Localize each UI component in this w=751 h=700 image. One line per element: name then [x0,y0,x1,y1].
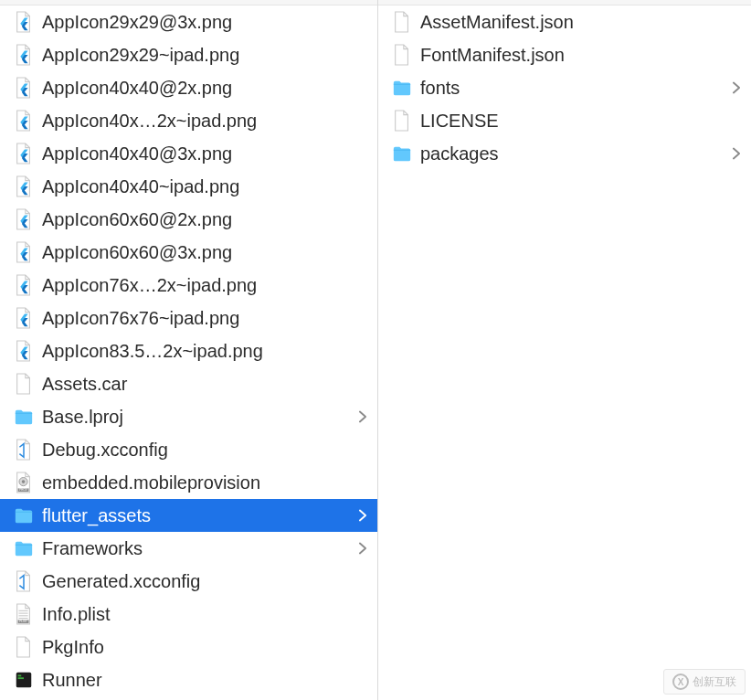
file-name-label: AppIcon83.5…2x~ipad.png [37,341,354,362]
file-icon-slot [389,10,415,34]
file-name-label: Runner [37,670,354,691]
watermark-badge: X 创新互联 [663,669,746,695]
flutter-icon [14,240,34,264]
file-row[interactable]: AppIcon29x29@3x.png [0,5,377,38]
file-icon-slot [11,10,37,34]
finder-column-view: AppIcon29x29@3x.pngAppIcon29x29~ipad.png… [0,0,751,700]
file-name-label: AssetManifest.json [415,12,727,33]
file-name-label: Generated.xcconfig [37,571,354,592]
file-icon-slot [11,405,37,429]
file-icon-slot [11,668,37,692]
file-row[interactable]: AppIcon40x40~ipad.png [0,170,377,203]
file-row[interactable]: LICENSE [378,104,751,137]
file-row[interactable]: AppIcon76x…2x~ipad.png [0,269,377,302]
file-row[interactable]: Runner [0,663,377,696]
file-row[interactable]: PkgInfo [0,631,377,663]
xcconfig-icon [14,569,34,593]
flutter-icon [14,142,34,165]
disclosure-arrow-icon [356,408,369,425]
file-icon-slot [389,76,415,100]
file-name-label: PkgInfo [37,637,354,658]
disclosure-arrow-icon [356,507,369,524]
file-name-label: flutter_assets [37,505,354,526]
file-icon-slot [11,372,37,396]
file-name-label: LICENSE [415,111,727,132]
file-icon-slot [11,175,37,198]
disclosure-slot [727,145,746,162]
file-list-right[interactable]: AssetManifest.jsonFontManifest.jsonfonts… [378,5,751,700]
folder-icon [392,142,412,165]
file-row[interactable]: Assets.car [0,367,377,400]
file-name-label: fonts [415,78,727,99]
watermark-text: 创新互联 [693,674,736,690]
flutter-icon [14,76,34,100]
file-row[interactable]: FontManifest.json [378,38,751,71]
folder-icon [14,536,34,560]
file-name-label: FontManifest.json [415,45,727,66]
file-row[interactable]: AppIcon29x29~ipad.png [0,38,377,71]
file-icon-slot [389,109,415,133]
flutter-icon [14,10,34,34]
file-row[interactable]: AppIcon83.5…2x~ipad.png [0,334,377,367]
file-name-label: AppIcon76x…2x~ipad.png [37,275,354,296]
file-name-label: AppIcon60x60@3x.png [37,242,354,263]
file-row[interactable]: packages [378,137,751,170]
file-row[interactable]: AppIcon76x76~ipad.png [0,302,377,334]
file-row[interactable]: AssetManifest.json [378,5,751,38]
file-name-label: packages [415,143,727,164]
column-right: AssetManifest.jsonFontManifest.jsonfonts… [378,0,751,700]
file-name-label: Frameworks [37,538,354,559]
file-name-label: AppIcon60x60@2x.png [37,209,354,230]
file-name-label: AppIcon29x29@3x.png [37,12,354,33]
file-row[interactable]: fonts [378,71,751,104]
file-row[interactable]: embedded.mobileprovision [0,466,377,499]
file-row[interactable]: Base.lproj [0,400,377,433]
file-name-label: Info.plist [37,604,354,625]
file-row[interactable]: flutter_assets [0,499,377,532]
file-row[interactable]: Debug.xcconfig [0,433,377,466]
file-row[interactable]: Generated.xcconfig [0,565,377,598]
file-row[interactable]: AppIcon60x60@2x.png [0,203,377,236]
file-icon-slot [389,142,415,165]
file-name-label: AppIcon40x40@2x.png [37,78,354,99]
file-name-label: Assets.car [37,374,354,395]
file-icon-slot [11,207,37,231]
disclosure-arrow-icon [356,540,369,557]
blank-icon [392,43,412,67]
plist-icon [14,602,34,626]
xcconfig-icon [14,438,34,461]
blank-icon [392,10,412,34]
disclosure-slot [354,408,372,425]
exec-icon [14,668,34,692]
disclosure-arrow-icon [730,145,743,162]
file-list-left[interactable]: AppIcon29x29@3x.pngAppIcon29x29~ipad.png… [0,5,377,700]
file-icon-slot [11,438,37,461]
file-name-label: Base.lproj [37,407,354,428]
file-icon-slot [11,569,37,593]
file-icon-slot [11,43,37,67]
file-icon-slot [11,240,37,264]
flutter-icon [14,339,34,363]
file-icon-slot [389,43,415,67]
flutter-icon [14,109,34,133]
file-name-label: embedded.mobileprovision [37,472,354,493]
folder-icon [14,504,34,527]
file-icon-slot [11,602,37,626]
file-row[interactable]: AppIcon40x40@3x.png [0,137,377,170]
file-row[interactable]: Frameworks [0,532,377,565]
file-row[interactable]: Info.plist [0,598,377,631]
file-icon-slot [11,142,37,165]
file-row[interactable]: AppIcon60x60@3x.png [0,236,377,269]
file-name-label: AppIcon40x40~ipad.png [37,176,354,197]
disclosure-slot [354,540,372,557]
folder-icon [392,76,412,100]
flutter-icon [14,43,34,67]
file-row[interactable]: AppIcon40x40@2x.png [0,71,377,104]
blank-icon [14,635,34,659]
file-row[interactable]: AppIcon40x…2x~ipad.png [0,104,377,137]
file-name-label: Debug.xcconfig [37,440,354,461]
file-icon-slot [11,339,37,363]
file-icon-slot [11,109,37,133]
file-name-label: AppIcon40x…2x~ipad.png [37,111,354,132]
disclosure-slot [727,80,746,96]
